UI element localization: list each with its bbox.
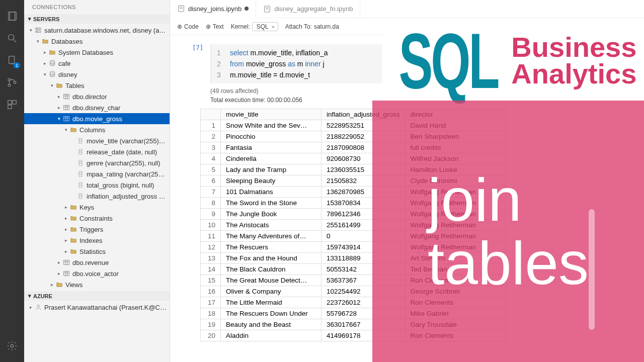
settings-icon[interactable]: [5, 339, 19, 353]
columns-folder[interactable]: ▾Columns: [24, 124, 170, 135]
svg-rect-18: [64, 94, 69, 99]
cell-prompt: [7]: [175, 44, 210, 83]
column-2[interactable]: genre (varchar(255), null): [24, 157, 170, 168]
branding-line2: Analytics: [511, 60, 636, 87]
search-icon[interactable]: [5, 31, 19, 45]
dirty-indicator: [245, 7, 249, 11]
column-4[interactable]: total_gross (bigint, null): [24, 179, 170, 191]
servers-header[interactable]: ▾SERVERS: [24, 14, 170, 24]
svg-point-2: [9, 35, 14, 40]
notebook-file-icon: [177, 5, 185, 13]
notebook-icon[interactable]: 1: [5, 53, 19, 67]
branding-line1: Business: [511, 34, 636, 60]
tbl-movie-gross[interactable]: ▾dbo.movie_gross: [24, 113, 170, 124]
svg-rect-26: [64, 116, 69, 121]
svg-rect-1: [10, 12, 16, 21]
azure-header[interactable]: ▾AZURE: [24, 291, 170, 301]
tab-bar: disney_joins.ipynbdisney_aggregate_fn.ip…: [170, 0, 644, 18]
folder-constraints[interactable]: ▸Constraints: [24, 213, 170, 224]
col-header[interactable]: movie_title: [221, 109, 321, 120]
servers-tree: ▾saturn.database.windows.net, disney (ap…: [24, 24, 170, 291]
svg-rect-52: [64, 271, 69, 276]
add-code-button[interactable]: ⊕Code: [177, 23, 199, 30]
column-5[interactable]: inflation_adjusted_gross (bigin…: [24, 191, 170, 202]
column-3[interactable]: mpaa_rating (varchar(255), null): [24, 168, 170, 179]
system-databases[interactable]: ▸System Databases: [24, 47, 170, 58]
tbl-disney-char[interactable]: ▸dbo.disney_char: [24, 102, 170, 113]
explorer-icon[interactable]: [5, 9, 19, 23]
activity-bar: 1: [0, 0, 24, 362]
svg-rect-22: [64, 105, 69, 110]
server-node[interactable]: ▾saturn.database.windows.net, disney (ap…: [24, 25, 170, 36]
kernel-dropdown[interactable]: SQL: [252, 22, 278, 31]
folder-indexes[interactable]: ▸Indexes: [24, 235, 170, 246]
svg-rect-36: [79, 160, 82, 165]
connections-sidebar: CONNECTIONS ▾SERVERS ▾saturn.database.wi…: [24, 0, 170, 362]
svg-point-14: [37, 29, 37, 29]
branding-banner: SQL Business Analytics: [382, 20, 644, 101]
source-control-icon[interactable]: [5, 75, 19, 89]
column-0[interactable]: movie_title (varchar(255), null): [24, 135, 170, 146]
azure-account[interactable]: ▸Prasert Kanawattanachai (Prasert.K@C…: [24, 302, 170, 313]
databases-folder[interactable]: ▾Databases: [24, 36, 170, 47]
svg-point-6: [8, 84, 11, 86]
svg-rect-33: [79, 149, 82, 154]
svg-rect-45: [79, 194, 82, 199]
svg-rect-39: [79, 171, 82, 176]
column-1[interactable]: release_date (date, null): [24, 146, 170, 157]
tab-0[interactable]: disney_joins.ipynb: [170, 0, 256, 18]
tbl-revenue[interactable]: ▸dbo.revenue: [24, 257, 170, 268]
svg-rect-42: [79, 183, 82, 188]
add-text-button[interactable]: ⊕Text: [206, 23, 224, 30]
views-folder[interactable]: ▸Views: [24, 279, 170, 290]
svg-rect-0: [9, 12, 15, 21]
svg-point-56: [37, 305, 40, 307]
overlay-text: join tables: [428, 168, 589, 295]
svg-rect-8: [8, 101, 12, 104]
tbl-voice-actor[interactable]: ▸dbo.voice_actor: [24, 268, 170, 279]
svg-point-5: [8, 78, 11, 81]
notebook-file-icon: [263, 5, 271, 13]
svg-point-15: [37, 31, 37, 32]
tbl-director[interactable]: ▸dbo.director: [24, 91, 170, 102]
svg-rect-4: [9, 56, 15, 64]
svg-rect-48: [64, 260, 69, 264]
extensions-icon[interactable]: [5, 98, 19, 112]
svg-rect-9: [13, 101, 16, 104]
azure-tree: ▸Prasert Kanawattanachai (Prasert.K@C…: [24, 301, 170, 314]
folder-keys[interactable]: ▸Keys: [24, 202, 170, 213]
svg-point-7: [14, 81, 16, 84]
attach-to-selector[interactable]: Attach To: saturn.da: [285, 23, 339, 30]
svg-point-11: [11, 344, 14, 347]
svg-rect-30: [79, 138, 82, 143]
overlay-panel: join tables: [372, 101, 644, 362]
svg-line-3: [14, 40, 17, 43]
tab-1[interactable]: disney_aggregate_fn.ipynb: [256, 0, 360, 18]
folder-statistics[interactable]: ▸Statistics: [24, 246, 170, 257]
sidebar-title: CONNECTIONS: [24, 0, 170, 14]
db-cafe[interactable]: ▸cafe: [24, 58, 170, 69]
tables-folder[interactable]: ▾Tables: [24, 80, 170, 91]
db-disney[interactable]: ▾disney: [24, 69, 170, 80]
folder-triggers[interactable]: ▸Triggers: [24, 224, 170, 235]
svg-rect-10: [8, 105, 12, 109]
notebook-badge: 1: [14, 62, 20, 68]
overlay-scroll-thumb: [589, 209, 595, 330]
branding-sql: SQL: [398, 29, 498, 92]
kernel-selector[interactable]: Kernel: SQL: [231, 22, 278, 31]
